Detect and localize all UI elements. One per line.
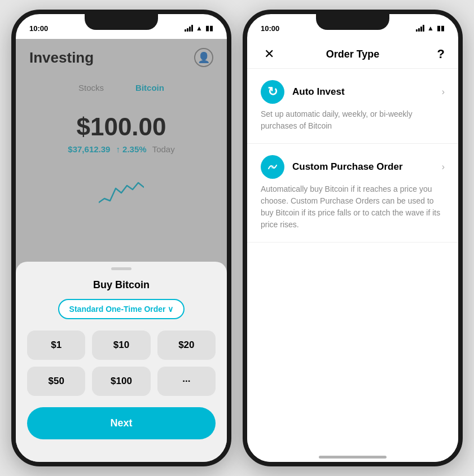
amount-btn-20[interactable]: $20 bbox=[157, 330, 216, 360]
sheet-title: Buy Bitcoin bbox=[27, 279, 216, 291]
auto-invest-description: Set up automatic daily, weekly, or bi-we… bbox=[261, 108, 445, 132]
auto-invest-name: Auto Invest bbox=[292, 86, 345, 98]
custom-order-left: Custom Purchase Order bbox=[261, 155, 403, 179]
order-type-header: ✕ Order Type ? bbox=[247, 39, 458, 69]
status-icons-right: ▲ ▮▮ bbox=[416, 24, 445, 32]
auto-invest-item[interactable]: ↻ Auto Invest › Set up automatic daily, … bbox=[247, 69, 458, 144]
custom-order-description: Automatically buy Bitcoin if it reaches … bbox=[261, 183, 445, 231]
time-right: 10:00 bbox=[261, 24, 279, 33]
notch bbox=[85, 14, 158, 30]
amount-btn-more[interactable]: ··· bbox=[157, 367, 216, 396]
custom-order-row: Custom Purchase Order › bbox=[261, 155, 445, 179]
header-title: Order Type bbox=[326, 49, 380, 60]
left-phone: 10:00 ▲ ▮▮ Investing 👤 Stocks Bitcoin $1… bbox=[11, 10, 231, 466]
close-button[interactable]: ✕ bbox=[261, 47, 278, 61]
custom-order-name: Custom Purchase Order bbox=[292, 161, 403, 173]
next-button[interactable]: Next bbox=[27, 407, 216, 439]
home-indicator-right bbox=[319, 456, 387, 459]
signal-icon bbox=[185, 25, 193, 32]
amount-btn-50[interactable]: $50 bbox=[27, 367, 85, 396]
battery-icon: ▮▮ bbox=[205, 24, 213, 32]
battery-icon-right: ▮▮ bbox=[437, 24, 445, 32]
bottom-sheet: Buy Bitcoin Standard One-Time Order ∨ $1… bbox=[16, 262, 227, 462]
sheet-handle bbox=[111, 267, 131, 270]
status-icons-left: ▲ ▮▮ bbox=[185, 24, 213, 32]
notch-right bbox=[316, 14, 389, 30]
chevron-right-auto: › bbox=[442, 87, 445, 97]
amount-grid: $1 $10 $20 $50 $100 ··· bbox=[27, 330, 216, 396]
custom-order-icon bbox=[261, 155, 284, 179]
wifi-icon: ▲ bbox=[196, 24, 203, 32]
time-left: 10:00 bbox=[29, 24, 48, 33]
order-type-button[interactable]: Standard One-Time Order ∨ bbox=[58, 299, 185, 319]
right-content: ✕ Order Type ? ↻ Auto Invest › Set up au… bbox=[247, 39, 458, 462]
amount-btn-1[interactable]: $1 bbox=[27, 330, 85, 360]
help-button[interactable]: ? bbox=[428, 47, 445, 61]
auto-invest-row: ↻ Auto Invest › bbox=[261, 80, 445, 104]
amount-btn-100[interactable]: $100 bbox=[92, 367, 150, 396]
auto-invest-left: ↻ Auto Invest bbox=[261, 80, 345, 104]
custom-order-item[interactable]: Custom Purchase Order › Automatically bu… bbox=[247, 144, 458, 243]
svg-point-0 bbox=[271, 165, 274, 169]
left-content: Investing 👤 Stocks Bitcoin $100.00 $37,6… bbox=[16, 39, 227, 462]
signal-icon-right bbox=[416, 25, 424, 32]
auto-invest-icon: ↻ bbox=[261, 80, 284, 104]
wifi-icon-right: ▲ bbox=[427, 24, 434, 32]
right-phone: 10:00 ▲ ▮▮ ✕ Order Type ? ↻ Auto Invest … bbox=[243, 10, 463, 466]
chevron-right-custom: › bbox=[442, 162, 445, 172]
amount-btn-10[interactable]: $10 bbox=[92, 330, 150, 360]
